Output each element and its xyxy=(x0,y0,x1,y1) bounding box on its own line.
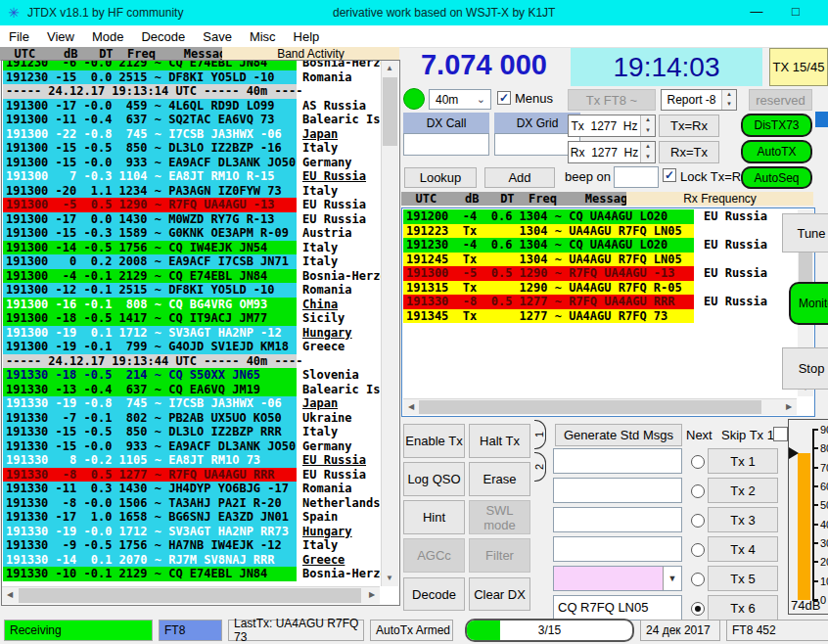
scroll-right-icon[interactable]: ▶ xyxy=(364,587,380,603)
tx1-button[interactable]: Tx 1 xyxy=(708,448,778,474)
decode-row[interactable]: 191300 -5 0.5 1290 ~ R7FQ UA4AGU -13EU R… xyxy=(3,198,381,212)
rx-freq-spin-arrows[interactable]: ▲▼ xyxy=(640,142,655,162)
decode-row[interactable]: 191300 -16 -0.1 808 ~ CQ BG4VRG OM93Chin… xyxy=(3,298,381,312)
hscroll-thumb[interactable] xyxy=(419,400,761,414)
tx3-radio[interactable] xyxy=(691,514,705,528)
decode-row[interactable]: 191330 -9 -0.5 1756 ~ HA7NB IW4EJK -12It… xyxy=(3,538,381,553)
hint-button[interactable]: Hint xyxy=(403,500,465,534)
menu-mode[interactable]: Mode xyxy=(83,27,133,46)
band-select[interactable]: 40m ⌄ xyxy=(429,89,491,110)
decode-row[interactable]: 191300 -19 -0.1 799 ~ G4OJD SV1EJD KM18G… xyxy=(3,340,381,354)
tx5-button[interactable]: Tx 5 xyxy=(708,566,778,591)
menu-view[interactable]: View xyxy=(38,27,83,46)
hscroll-thumb[interactable] xyxy=(19,588,361,603)
lock-tx-rx-checkbox[interactable]: ✓ xyxy=(663,168,676,182)
decode-row[interactable]: 191330 -18 -0.5 214 ~ CQ S50XX JN65Slove… xyxy=(3,368,381,383)
tab-messages-1[interactable]: 1 xyxy=(534,420,546,449)
decode-row[interactable]: 191300 -17 -0.0 459 ~ 4L6QL RD9D LO99AS … xyxy=(3,99,381,114)
menu-save[interactable]: Save xyxy=(194,27,241,46)
decode-row[interactable]: 191330 8 -0.2 1105 ~ EA8JT RM1O 73EU Rus… xyxy=(3,453,381,468)
tx2-button[interactable]: Tx 2 xyxy=(708,478,778,503)
beep-on-input[interactable] xyxy=(614,166,659,188)
decode-row[interactable]: 191300 0 0.2 2008 ~ EA9ACF I7CSB JN71Ita… xyxy=(3,254,381,269)
decode-row[interactable]: 191300 -19 0.1 1712 ~ SV3AGT HA2NP -12Hu… xyxy=(3,326,381,341)
tx4-radio[interactable] xyxy=(691,543,705,557)
decode-row[interactable]: 191330 -10 -0.1 2129 ~ CQ E74EBL JN84Bos… xyxy=(3,567,381,581)
log-qso-button[interactable]: Log QSO xyxy=(403,462,465,496)
tx-eq-rx-button[interactable]: Tx=Rx xyxy=(659,115,719,137)
decode-row[interactable]: 191330 -19 -0.0 1712 ~ SV3AGT HA2NP RR73… xyxy=(3,525,381,539)
decode-row[interactable]: 191300 -4 -0.1 2129 ~ CQ E74EBL JN84Bosn… xyxy=(3,269,381,284)
decode-row[interactable]: 191300 -5 0.5 1290 ~ R7FQ UA4AGU -13EU R… xyxy=(403,266,795,281)
enable-tx-button[interactable]: Enable Tx xyxy=(403,424,465,458)
band-activity-vscrollbar[interactable]: ▲ ▼ xyxy=(381,61,398,586)
decode-row[interactable]: 191300 -15 -0.0 933 ~ EA9ACF DL3ANK JO50… xyxy=(3,156,381,170)
tx4-button[interactable]: Tx 4 xyxy=(708,536,778,562)
decode-button[interactable]: Decode xyxy=(403,577,465,611)
clear-dx-button[interactable]: Clear DX xyxy=(469,577,530,611)
decode-row[interactable]: 191330 -14 0.1 2070 ~ RJ7M SV8NAJ RRRGre… xyxy=(3,553,381,568)
decode-row[interactable]: 191330 -15 -0.5 850 ~ DL3LO IZ2BZP RRRIt… xyxy=(3,425,381,439)
decode-row[interactable]: 191300 -17 0.0 1430 ~ M0WZD RY7G R-13EU … xyxy=(3,212,381,227)
decode-row[interactable]: 191245 Tx 1304 ~ UA4AGU R7FQ LN05 xyxy=(403,253,795,267)
decode-row[interactable]: 191230 -4 0.6 1304 ~ CQ UA4AGU LO20EU Ru… xyxy=(403,238,795,253)
decode-row[interactable]: 191223 Tx 1304 ~ UA4AGU R7FQ LN05 xyxy=(403,224,795,239)
generate-std-msgs-button[interactable]: Generate Std Msgs xyxy=(555,424,682,446)
skip-tx1-checkbox[interactable] xyxy=(773,427,788,441)
decode-row[interactable]: 191330 -15 -0.0 933 ~ EA9ACF DL3ANK JO50… xyxy=(3,439,381,454)
decode-row[interactable]: 191300 -15 -0.5 850 ~ DL3LO IZ2BZP -16It… xyxy=(3,141,381,156)
minimize-button[interactable]: — xyxy=(742,4,771,22)
scroll-down-icon[interactable]: ▼ xyxy=(382,571,397,586)
decode-row[interactable]: 191300 -12 -0.1 2515 ~ DF8KI YO5LD -10Ro… xyxy=(3,283,381,298)
tx4-message-field[interactable] xyxy=(553,536,682,562)
tab-messages-2[interactable]: 2 xyxy=(534,452,546,482)
auto-seq-button[interactable]: AutoSeq xyxy=(741,166,812,189)
monitor-button[interactable]: Monitor xyxy=(789,282,828,325)
tx1-message-field[interactable] xyxy=(553,448,682,474)
decode-row[interactable]: 191200 -4 0.6 1304 ~ CQ UA4AGU LO20EU Ru… xyxy=(403,209,795,224)
combo-arrow-icon[interactable]: ▼ xyxy=(663,567,681,590)
erase-button[interactable]: Erase xyxy=(469,462,530,496)
scroll-right-icon[interactable]: ▶ xyxy=(781,399,797,415)
vscroll-thumb[interactable] xyxy=(383,77,397,146)
tx5-radio[interactable] xyxy=(691,573,705,586)
tx1-radio[interactable] xyxy=(691,455,705,469)
tx3-message-field[interactable] xyxy=(553,507,682,532)
decode-row[interactable]: 191300 -22 -0.8 745 ~ I7CSB JA3HWX -06Ja… xyxy=(3,127,381,142)
rx-hscrollbar[interactable]: ◀ ▶ xyxy=(403,398,797,415)
decode-row[interactable]: 191330 -19 -0.8 745 ~ I7CSB JA3HWX -06Ja… xyxy=(3,396,381,411)
decode-row[interactable]: 191330 -13 -0.4 637 ~ CQ EA6VQ JM19Balea… xyxy=(3,383,381,397)
report-spinner[interactable]: Report -8 ▲▼ xyxy=(661,89,737,111)
decode-row[interactable]: 191300 -18 -0.5 1417 ~ CQ IT9ACJ JM77Sic… xyxy=(3,311,381,326)
tx6-message-field[interactable]: CQ R7FQ LN05 xyxy=(553,595,682,621)
decode-row[interactable]: 191330 -17 1.0 1658 ~ BG6SNJ EA3ZD JN01S… xyxy=(3,510,381,525)
decode-row[interactable]: 191315 Tx 1290 ~ UA4AGU R7FQ R-05 xyxy=(403,281,795,296)
add-button[interactable]: Add xyxy=(484,167,555,188)
decode-row[interactable]: 191330 -7 -0.1 802 ~ PB2AB UX5UO KO50Ukr… xyxy=(3,411,381,426)
tx2-message-field[interactable] xyxy=(553,478,682,503)
decode-row[interactable]: 191230 -6 -0.0 2129 ~ CQ E74EBL JN84Bosn… xyxy=(3,61,381,70)
rx-eq-tx-button[interactable]: Rx=Tx xyxy=(659,141,719,163)
decode-row[interactable]: 191300 -11 -0.4 637 ~ SQ2TAC EA6VQ 73Bal… xyxy=(3,113,381,127)
menus-checkbox[interactable]: ✓ xyxy=(497,91,511,105)
stop-button[interactable]: Stop xyxy=(782,347,828,390)
lookup-button[interactable]: Lookup xyxy=(404,167,477,188)
tx6-button[interactable]: Tx 6 xyxy=(708,595,778,621)
scroll-left-icon[interactable]: ◀ xyxy=(2,587,18,603)
dis-tx73-button[interactable]: DisTX73 xyxy=(741,114,812,137)
decode-row[interactable]: 191300 7 -0.3 1104 ~ EA8JT RM1O R-15EU R… xyxy=(3,169,381,184)
scroll-up-icon[interactable]: ▲ xyxy=(382,61,397,76)
maximize-button[interactable]: □ xyxy=(781,4,810,22)
auto-tx-button[interactable]: AutoTX xyxy=(741,140,812,163)
tx3-button[interactable]: Tx 3 xyxy=(708,507,778,532)
menu-help[interactable]: Help xyxy=(285,27,329,46)
decode-row[interactable]: 191330 -8 0.5 1277 ~ R7FQ UA4AGU RRREU R… xyxy=(403,295,795,309)
decode-row[interactable]: 191330 -8 0.5 1277 ~ R7FQ UA4AGU RRREU R… xyxy=(3,468,381,483)
halt-tx-button[interactable]: Halt Tx xyxy=(469,424,530,458)
menu-file[interactable]: File xyxy=(0,27,38,46)
dx-call-input[interactable] xyxy=(403,133,489,156)
tune-button[interactable]: Tune xyxy=(782,213,828,253)
tx6-radio[interactable] xyxy=(691,602,705,616)
menu-decode[interactable]: Decode xyxy=(132,27,194,46)
report-spin-arrows[interactable]: ▲▼ xyxy=(721,90,736,110)
